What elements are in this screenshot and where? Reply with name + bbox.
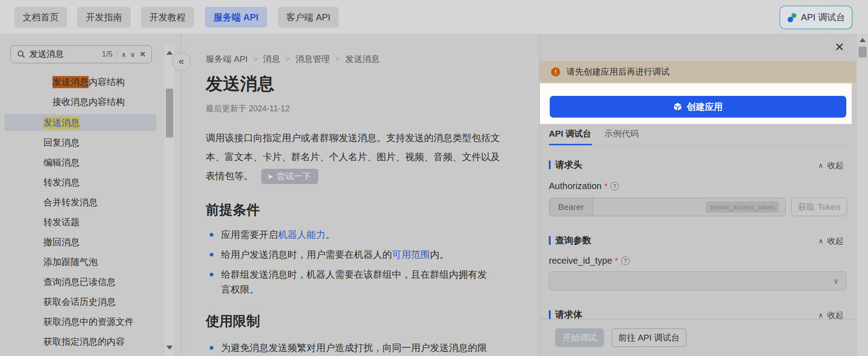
- sidebar: 发送消息 1/5 ∧ ∨ ✕ 发送消息内容结构 接收消息内容结构 发送消息 回复…: [0, 34, 181, 356]
- scroll-up-icon[interactable]: [166, 51, 173, 55]
- section-accent-bar: [549, 310, 551, 319]
- nav-tab-dev-tutorial[interactable]: 开发教程: [141, 7, 194, 28]
- sidebar-search[interactable]: 发送消息 1/5 ∧ ∨ ✕: [10, 45, 152, 63]
- sidebar-scrollbar[interactable]: [165, 45, 175, 356]
- receive-id-type-label: receive_id_type * ?: [549, 256, 630, 266]
- play-icon: ▶: [269, 167, 273, 186]
- page-scrollbar-thumb[interactable]: [859, 47, 867, 57]
- api-console-label: API 调试台: [801, 11, 845, 24]
- sidebar-item-label: 转发消息: [43, 176, 80, 189]
- scroll-up-icon[interactable]: [859, 38, 866, 42]
- alert-icon: !: [551, 67, 560, 76]
- collapse-label: 收起: [827, 236, 844, 247]
- section-accent-bar: [549, 236, 551, 245]
- search-icon: [17, 50, 25, 58]
- chevron-up-icon: ∧: [818, 311, 823, 319]
- search-next-icon[interactable]: ∨: [130, 51, 135, 58]
- panel-close-icon[interactable]: ✕: [833, 40, 846, 54]
- nav-tab-dev-guide[interactable]: 开发指南: [77, 7, 131, 28]
- section-label: 查询参数: [555, 234, 591, 247]
- breadcrumb: 服务端 API > 消息 > 消息管理 > 发送消息: [206, 53, 380, 65]
- sidebar-item-msg-resources[interactable]: 获取消息中的资源文件: [0, 313, 156, 330]
- sidebar-item-label: 转发话题: [43, 216, 80, 228]
- bullet-text: 内。: [430, 249, 449, 260]
- api-debug-panel: ✕ ! 请先创建应用后再进行调试 创建应用 API 调试台 示例代码: [539, 34, 857, 356]
- plug-icon: [787, 13, 797, 23]
- tabbar-divider: [549, 145, 851, 146]
- sidebar-item-send-msg-structure[interactable]: 发送消息内容结构: [0, 73, 156, 90]
- sidebar-item-merge-forward[interactable]: 合并转发消息: [0, 194, 156, 211]
- list-item: 为避免消息发送频繁对用户造成打扰，向同一用户发送消息的限频为: [206, 340, 495, 356]
- goto-api-console-button[interactable]: 前往 API 调试台: [612, 328, 686, 347]
- prerequisites-list: 应用需要开启机器人能力。 给用户发送消息时，用户需要在机器人的可用范围内。 给群…: [206, 227, 495, 302]
- help-icon[interactable]: ?: [621, 256, 630, 265]
- section-request-body: 请求体: [549, 309, 582, 319]
- sidebar-item-label: 编辑消息: [43, 157, 80, 169]
- collapse-sidebar-button[interactable]: «: [172, 52, 191, 71]
- receive-id-type-select[interactable]: ∨: [549, 271, 846, 290]
- token-input[interactable]: tenant_access_token: [593, 198, 785, 216]
- nav-tab-client-api[interactable]: 客户端 API: [278, 7, 339, 28]
- sidebar-item-recall-message[interactable]: 撤回消息: [0, 233, 156, 251]
- try-it-button[interactable]: ▶尝试一下: [261, 169, 318, 184]
- search-divider: [117, 50, 117, 58]
- breadcrumb-separator: >: [335, 55, 340, 64]
- create-app-button[interactable]: 创建应用: [550, 96, 846, 118]
- sidebar-item-chat-history[interactable]: 获取会话历史消息: [0, 293, 156, 310]
- help-icon[interactable]: ?: [610, 182, 619, 190]
- sidebar-item-msg-content[interactable]: 获取指定消息的内容: [0, 333, 156, 350]
- sidebar-item-label: 获取会话历史消息: [43, 296, 116, 308]
- usage-limits-list: 为避免消息发送频繁对用户造成打扰，向同一用户发送消息的限频为: [206, 340, 495, 356]
- scroll-down-icon[interactable]: [166, 346, 173, 350]
- sidebar-item-read-info[interactable]: 查询消息已读信息: [0, 273, 156, 290]
- required-marker: *: [604, 181, 608, 191]
- sidebar-item-edit-message[interactable]: 编辑消息: [0, 154, 156, 171]
- bullet-text: 。: [326, 229, 335, 240]
- bullet-text: 应用需要开启: [221, 229, 278, 240]
- sidebar-item-send-message-selected[interactable]: 发送消息: [5, 114, 156, 131]
- sidebar-item-label: 回复消息: [43, 137, 80, 149]
- token-placeholder-chip: tenant_access_token: [706, 201, 779, 213]
- sidebar-item-label: 查询消息已读信息: [43, 276, 116, 288]
- sidebar-item-follow-bubble[interactable]: 添加跟随气泡: [0, 253, 156, 271]
- search-prev-icon[interactable]: ∧: [121, 51, 126, 58]
- api-console-button[interactable]: API 调试台: [779, 5, 853, 29]
- required-marker: *: [615, 256, 618, 266]
- breadcrumb-server-api[interactable]: 服务端 API: [206, 53, 248, 65]
- search-highlight-current: 发送消息: [52, 76, 89, 88]
- get-token-button[interactable]: 获取 Token: [791, 198, 847, 216]
- breadcrumb-message-mgmt[interactable]: 消息管理: [296, 53, 330, 65]
- collapse-query-params[interactable]: ∧ 收起: [818, 236, 844, 247]
- nav-tab-server-api[interactable]: 服务端 API: [205, 7, 267, 28]
- search-input[interactable]: 发送消息: [29, 48, 98, 60]
- start-debug-button[interactable]: 开始调试: [555, 328, 604, 347]
- page-scrollbar[interactable]: [857, 34, 868, 356]
- bearer-prefix: Bearer: [549, 198, 593, 216]
- collapse-label: 收起: [827, 160, 844, 171]
- nav-tab-docs-home[interactable]: 文档首页: [14, 7, 67, 28]
- collapse-request-header[interactable]: ∧ 收起: [818, 160, 844, 171]
- available-scope-link[interactable]: 可用范围: [392, 249, 430, 260]
- sidebar-item-forward-message[interactable]: 转发消息: [0, 174, 156, 191]
- sidebar-divider: [181, 34, 181, 356]
- sidebar-item-reply-message[interactable]: 回复消息: [0, 134, 156, 151]
- robot-capability-link[interactable]: 机器人能力: [278, 229, 326, 240]
- tab-sample-code[interactable]: 示例代码: [604, 128, 639, 140]
- page: 文档首页 开发指南 开发教程 服务端 API 客户端 API API 调试台: [0, 0, 868, 356]
- section-query-params: 查询参数: [549, 235, 591, 245]
- authorization-label: Authorization * ?: [549, 181, 619, 191]
- breadcrumb-separator: >: [253, 55, 258, 64]
- sidebar-scrollbar-thumb[interactable]: [166, 89, 173, 138]
- tab-api-console[interactable]: API 调试台: [549, 128, 591, 140]
- breadcrumb-message[interactable]: 消息: [263, 53, 280, 65]
- list-item: 给用户发送消息时，用户需要在机器人的可用范围内。: [206, 247, 495, 262]
- sidebar-item-label: 合并转发消息: [43, 196, 98, 209]
- sidebar-item-forward-topic[interactable]: 转发话题: [0, 214, 156, 231]
- sidebar-item-receive-msg-structure[interactable]: 接收消息内容结构: [0, 93, 156, 110]
- top-nav: 文档首页 开发指南 开发教程 服务端 API 客户端 API API 调试台: [0, 0, 868, 34]
- authorization-input-group: Bearer tenant_access_token: [549, 198, 786, 216]
- search-close-icon[interactable]: ✕: [139, 50, 146, 58]
- sidebar-item-label: 接收消息内容结构: [52, 96, 125, 108]
- collapse-sidebar-icon: «: [179, 56, 184, 67]
- breadcrumb-send-message[interactable]: 发送消息: [345, 53, 380, 65]
